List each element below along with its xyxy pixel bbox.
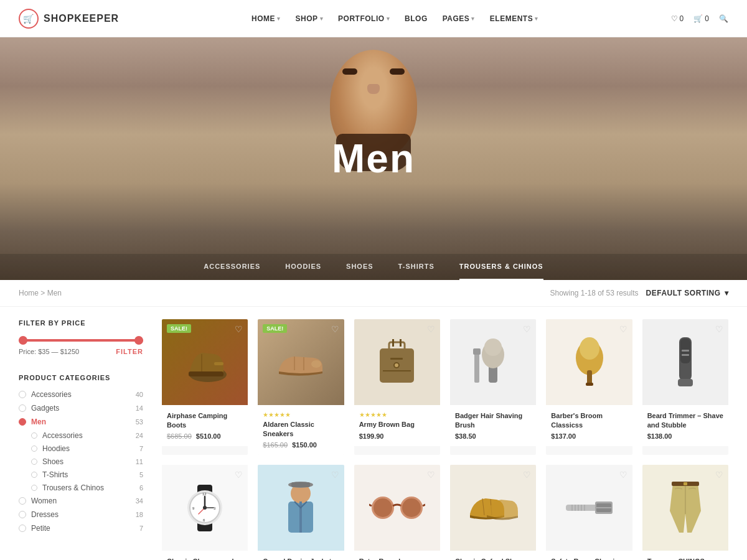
tab-hoodies[interactable]: HOODIES	[285, 254, 321, 280]
breadcrumb-current: Men	[47, 289, 62, 297]
wishlist-button-model[interactable]: ♡	[331, 470, 339, 480]
price-handle-right[interactable]	[134, 336, 143, 345]
breadcrumb-home[interactable]: Home	[19, 289, 39, 297]
product-name-watch: Classic Chronograph Watch	[167, 557, 243, 560]
wishlist-button-oxford[interactable]: ♡	[523, 470, 531, 480]
product-card-oxford: ♡ Cl	[450, 465, 536, 560]
svg-rect-9	[383, 370, 411, 371]
svg-rect-10	[392, 339, 394, 347]
subcat-accessories[interactable]: Accessories 24	[31, 431, 143, 440]
tab-trousers-chinos[interactable]: TROUSERS & CHINOS	[459, 254, 543, 280]
svg-rect-1	[189, 371, 223, 376]
product-card-brush: ♡	[450, 319, 536, 455]
subcat-label-shoes: Shoes	[42, 457, 63, 466]
cat-label-petite: Petite	[31, 524, 50, 533]
nav-elements[interactable]: ELEMENTS ▾	[490, 14, 538, 23]
wishlist-button-trimmer[interactable]: ♡	[715, 324, 723, 334]
trimmer-svg	[673, 334, 698, 390]
heart-icon: ♡	[671, 14, 678, 23]
category-petite[interactable]: Petite 7	[19, 524, 143, 533]
svg-rect-2	[214, 362, 223, 365]
product-card-sneakers: SALE! ♡ ★★★★★ Aldaren Classic	[258, 319, 344, 455]
product-name-oxford: Classic Oxford Shoes	[455, 557, 531, 560]
price-range-slider[interactable]	[19, 339, 143, 342]
product-name-trimmer: Beard Trimmer – Shave and Stubble	[647, 411, 723, 429]
cat-label-gadgets: Gadgets	[31, 404, 59, 413]
wishlist-button-watch[interactable]: ♡	[235, 470, 243, 480]
category-gadgets[interactable]: Gadgets 14	[19, 404, 143, 413]
subcat-tshirts[interactable]: T-Shirts 5	[31, 470, 143, 479]
subcat-trousers-chinos[interactable]: Trousers & Chinos 6	[31, 483, 143, 492]
hero-person-head	[311, 50, 436, 205]
sort-select[interactable]: DEFAULT SORTING ▾	[646, 289, 728, 297]
filter-button[interactable]: FILTER	[116, 348, 143, 355]
wishlist-button-boots[interactable]: ♡	[235, 324, 243, 334]
product-name-boots: Airphase Camping Boots	[167, 411, 243, 429]
svg-text:12: 12	[202, 492, 207, 496]
svg-point-34	[203, 506, 207, 510]
product-name-sneakers: Aldaren Classic Sneakers	[263, 420, 339, 438]
hero-banner: Men ACCESSORIES HOODIES SHOES T-SHIRTS T…	[0, 37, 747, 280]
nav-portfolio[interactable]: PORTFOLIO ▾	[338, 14, 390, 23]
wishlist-button-sneakers[interactable]: ♡	[331, 324, 339, 334]
chinos-svg	[664, 480, 707, 536]
price-handle-left[interactable]	[19, 336, 27, 345]
product-card-chinos: ♡	[642, 465, 728, 560]
category-dresses[interactable]: Dresses 18	[19, 510, 143, 519]
chevron-down-icon: ▾	[277, 16, 281, 22]
nav-home[interactable]: HOME ▾	[251, 14, 281, 23]
brush-svg	[471, 336, 515, 389]
logo-cart-icon: 🛒	[19, 9, 39, 29]
wishlist-button-sunglasses[interactable]: ♡	[427, 470, 435, 480]
wishlist-button-brush[interactable]: ♡	[523, 324, 531, 334]
search-button[interactable]: 🔍	[719, 14, 728, 23]
search-icon: 🔍	[719, 14, 728, 23]
logo[interactable]: 🛒 SHOPKEEPER	[19, 9, 119, 29]
nav-links: HOME ▾ SHOP ▾ PORTFOLIO ▾ BLOG PAGES ▾ E…	[251, 14, 538, 23]
product-image-boots: SALE! ♡	[162, 319, 248, 405]
product-image-chinos: ♡	[642, 465, 728, 551]
wishlist-button-chinos[interactable]: ♡	[715, 470, 723, 480]
cart-button[interactable]: 🛒 0	[693, 14, 709, 23]
subcat-radio-tshirts	[31, 472, 37, 478]
tab-accessories[interactable]: ACCESSORIES	[204, 254, 260, 280]
subcat-radio-hoodies	[31, 446, 37, 452]
subcat-count-shoes: 11	[136, 458, 143, 465]
product-card-razor: ♡	[546, 465, 632, 560]
wishlist-button[interactable]: ♡ 0	[671, 14, 684, 23]
subcat-label-tshirts: T-Shirts	[42, 470, 68, 479]
watch-svg: 12 3 6 9	[180, 482, 230, 534]
nav-pages[interactable]: PAGES ▾	[443, 14, 475, 23]
navbar: 🛒 SHOPKEEPER HOME ▾ SHOP ▾ PORTFOLIO ▾ B…	[0, 0, 747, 37]
wishlist-button-broom[interactable]: ♡	[619, 324, 627, 334]
product-card-watch: ♡	[162, 465, 248, 560]
svg-point-19	[580, 337, 599, 360]
product-name-model: Casual Denim Jacket	[263, 557, 339, 560]
subcat-hoodies[interactable]: Hoodies 7	[31, 444, 143, 453]
wishlist-button-razor[interactable]: ♡	[619, 470, 627, 480]
wishlist-button-bag[interactable]: ♡	[427, 324, 435, 334]
tab-tshirts[interactable]: T-SHIRTS	[398, 254, 435, 280]
svg-rect-6	[390, 358, 403, 360]
product-card-broom: ♡ Barber's Broom Classicss	[546, 319, 632, 455]
nav-blog[interactable]: BLOG	[405, 14, 428, 23]
products-grid: SALE! ♡ Airphase Camping Boots	[162, 319, 728, 560]
cat-label-men: Men	[31, 418, 46, 426]
subcat-shoes[interactable]: Shoes 11	[31, 457, 143, 466]
category-women[interactable]: Women 34	[19, 497, 143, 505]
cat-count-gadgets: 14	[136, 404, 143, 412]
tab-shoes[interactable]: SHOES	[346, 254, 374, 280]
sort-area: Showing 1-18 of 53 results DEFAULT SORTI…	[550, 289, 728, 297]
product-price-boots: $685.00 $510.00	[167, 432, 243, 440]
svg-point-8	[395, 363, 398, 367]
category-accessories[interactable]: Accessories 40	[19, 390, 143, 399]
nav-shop[interactable]: SHOP ▾	[296, 14, 324, 23]
breadcrumb-row: Home > Men Showing 1-18 of 53 results DE…	[0, 280, 747, 307]
product-image-broom: ♡	[546, 319, 632, 405]
product-image-razor: ♡	[546, 465, 632, 551]
svg-point-15	[484, 338, 502, 356]
cat-label-accessories: Accessories	[31, 390, 72, 399]
cat-radio-accessories	[19, 391, 26, 398]
products-area: SALE! ♡ Airphase Camping Boots	[162, 319, 728, 560]
category-men[interactable]: Men 53	[19, 418, 143, 426]
